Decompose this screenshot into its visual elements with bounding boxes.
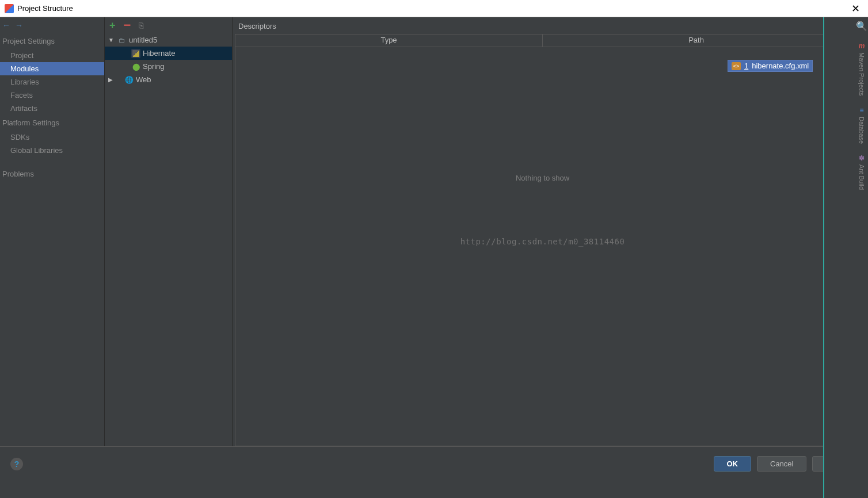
- title-bar: Project Structure ✕: [0, 0, 868, 17]
- popup-index: 1: [744, 62, 748, 70]
- nav-problems[interactable]: Problems: [0, 167, 104, 181]
- tree-hibernate[interactable]: ▶ Hibernate: [105, 47, 232, 60]
- help-button[interactable]: ?: [10, 458, 23, 470]
- project-settings-header: Project Settings: [0, 33, 104, 49]
- spring-icon: ⬤: [131, 62, 140, 71]
- nav-global-libraries[interactable]: Global Libraries: [0, 144, 104, 157]
- folder-icon: 🗀: [117, 36, 127, 45]
- add-module-icon[interactable]: +: [109, 20, 116, 32]
- popup-label: hibernate.cfg.xml: [752, 62, 809, 70]
- right-rail: 🔍 m Maven Projects ≡ Database ✽ Ant Buil…: [823, 17, 868, 498]
- database-icon: ≡: [860, 106, 864, 114]
- tree-web-label: Web: [136, 75, 151, 84]
- close-icon[interactable]: ✕: [848, 2, 863, 15]
- completion-popup[interactable]: <> 1 hibernate.cfg.xml: [728, 60, 813, 72]
- copy-module-icon[interactable]: ⎘: [139, 21, 143, 30]
- platform-settings-header: Platform Settings: [0, 115, 104, 131]
- tree-root[interactable]: ▼ 🗀 untitled5: [105, 33, 232, 47]
- cancel-button[interactable]: Cancel: [757, 456, 806, 472]
- maven-icon: m: [859, 42, 865, 50]
- nav-sdks[interactable]: SDKs: [0, 131, 104, 144]
- app-icon: [5, 4, 14, 13]
- search-icon[interactable]: 🔍: [856, 21, 867, 32]
- col-path[interactable]: Path: [543, 35, 850, 47]
- descriptors-label: Descriptors: [235, 17, 866, 34]
- forward-icon[interactable]: →: [15, 21, 23, 30]
- maven-tool-window[interactable]: m Maven Projects: [858, 42, 865, 96]
- remove-module-icon[interactable]: −: [124, 21, 131, 29]
- nav-modules[interactable]: Modules: [0, 62, 104, 75]
- window-title: Project Structure: [17, 4, 73, 13]
- empty-message: Nothing to show: [516, 174, 569, 182]
- col-type[interactable]: Type: [235, 35, 543, 47]
- module-toolbar: + − ⎘: [105, 17, 232, 33]
- nav-project[interactable]: Project: [0, 49, 104, 62]
- nav-facets[interactable]: Facets: [0, 89, 104, 102]
- nav-libraries[interactable]: Libraries: [0, 75, 104, 89]
- nav-toolbar: ← →: [0, 17, 104, 33]
- tree-root-label: untitled5: [129, 36, 157, 44]
- xml-file-icon: <>: [732, 62, 741, 70]
- module-tree: ▼ 🗀 untitled5 ▶ Hibernate ▶ ⬤ Spring ▶ 🌐…: [105, 33, 232, 86]
- expand-icon[interactable]: ▼: [108, 37, 115, 43]
- module-panel: + − ⎘ ▼ 🗀 untitled5 ▶ Hibernate ▶ ⬤ Spri…: [105, 17, 233, 446]
- content-panel: Descriptors Type Path Nothing to show ht…: [233, 17, 868, 446]
- nav-artifacts[interactable]: Artifacts: [0, 102, 104, 115]
- tree-spring[interactable]: ▶ ⬤ Spring: [105, 60, 232, 73]
- ant-tool-window[interactable]: ✽ Ant Build: [858, 154, 865, 190]
- left-sidebar: ← → Project Settings Project Modules Lib…: [0, 17, 105, 446]
- tree-spring-label: Spring: [143, 62, 165, 71]
- database-tool-window[interactable]: ≡ Database: [858, 106, 865, 144]
- ant-icon: ✽: [859, 154, 865, 162]
- back-icon[interactable]: ←: [2, 21, 10, 30]
- footer: ? OK Cancel Apply: [0, 446, 868, 481]
- expand-icon[interactable]: ▶: [108, 76, 115, 83]
- watermark: http://blog.csdn.net/m0_38114460: [460, 237, 625, 246]
- tree-hibernate-label: Hibernate: [143, 49, 175, 58]
- ok-button[interactable]: OK: [714, 456, 752, 472]
- hibernate-icon: [131, 49, 140, 58]
- tree-web[interactable]: ▶ 🌐 Web: [105, 73, 232, 86]
- web-icon: 🌐: [124, 75, 134, 85]
- descriptors-table: Type Path Nothing to show http://blog.cs…: [235, 34, 850, 446]
